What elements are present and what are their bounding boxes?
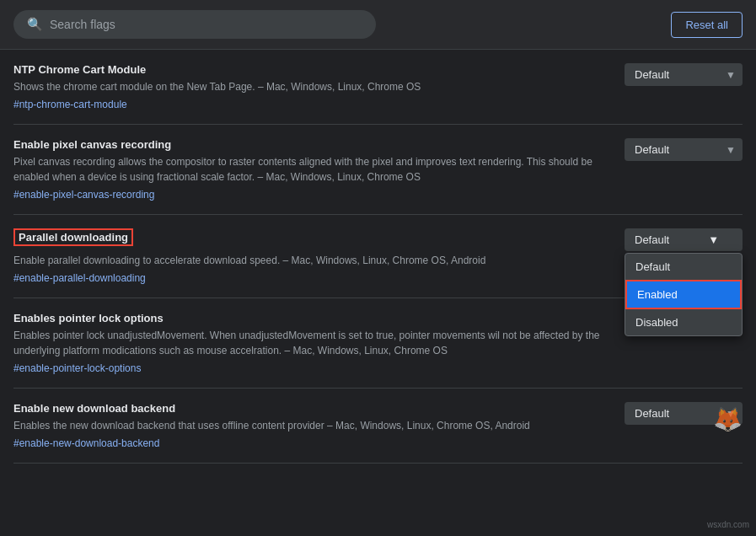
flag-title: Parallel downloading xyxy=(13,228,611,249)
mascot-icon: 🦊 xyxy=(713,405,743,433)
dropdown-current-value: Default xyxy=(635,233,669,246)
dropdown-option-disabled[interactable]: Disabled xyxy=(625,309,742,335)
flag-title: Enables pointer lock options xyxy=(13,312,611,324)
flag-link[interactable]: #enable-parallel-downloading xyxy=(13,272,146,284)
dropdown-display[interactable]: Default ▼ xyxy=(625,228,743,251)
dropdown-wrapper: Default Enabled Disabled ▼ 🦊 xyxy=(625,402,743,425)
flag-description: Enables the new download backend that us… xyxy=(13,418,611,433)
watermark: wsxdn.com xyxy=(707,520,749,529)
dropdown-wrapper: Default Enabled Disabled ▼ xyxy=(625,138,743,161)
flags-content: NTP Chrome Cart Module Shows the chrome … xyxy=(0,50,756,536)
flag-link[interactable]: #enable-pointer-lock-options xyxy=(13,362,141,374)
flag-link[interactable]: #enable-new-download-backend xyxy=(13,437,159,449)
flag-title: NTP Chrome Cart Module xyxy=(13,63,611,76)
flag-item: Enable pixel canvas recording Pixel canv… xyxy=(13,125,743,215)
chevron-down-icon: ▼ xyxy=(708,233,719,246)
flag-info: Parallel downloading Enable parallel dow… xyxy=(13,228,611,284)
dropdown-wrapper: Default Enabled Disabled ▼ xyxy=(625,63,743,86)
dropdown-option-enabled[interactable]: Enabled xyxy=(625,280,742,309)
flag-item-parallel-downloading: Parallel downloading Enable parallel dow… xyxy=(13,215,743,298)
flag-item: NTP Chrome Cart Module Shows the chrome … xyxy=(13,50,743,125)
flag-dropdown[interactable]: Default Enabled Disabled xyxy=(625,63,743,86)
dropdown-option-default[interactable]: Default xyxy=(625,254,742,280)
flag-title: Enable pixel canvas recording xyxy=(13,138,611,151)
flag-title: Enable new download backend xyxy=(13,402,611,415)
flag-link[interactable]: #ntp-chrome-cart-module xyxy=(13,99,127,110)
flag-description: Enable parallel downloading to accelerat… xyxy=(13,253,611,268)
flag-description: Shows the chrome cart module on the New … xyxy=(13,79,611,94)
reset-all-button[interactable]: Reset all xyxy=(671,12,743,38)
flag-description: Enables pointer lock unadjustedMovement.… xyxy=(13,328,611,358)
flag-item: Enable new download backend Enables the … xyxy=(13,389,743,464)
flag-info: Enable pixel canvas recording Pixel canv… xyxy=(13,138,611,201)
flag-link[interactable]: #enable-pixel-canvas-recording xyxy=(13,189,154,201)
search-bar: 🔍 xyxy=(13,10,376,39)
flag-title-highlighted: Parallel downloading xyxy=(13,228,133,246)
dropdown-menu: Default Enabled Disabled xyxy=(625,253,743,336)
flag-info: NTP Chrome Cart Module Shows the chrome … xyxy=(13,63,611,110)
search-input[interactable] xyxy=(50,18,362,31)
dropdown-wrapper-open: Default ▼ Default Enabled Disabled xyxy=(625,228,743,251)
search-icon: 🔍 xyxy=(27,17,43,32)
flag-description: Pixel canvas recording allows the compos… xyxy=(13,154,611,185)
header: 🔍 Reset all xyxy=(0,0,756,50)
flag-info: Enables pointer lock options Enables poi… xyxy=(13,312,611,374)
flag-info: Enable new download backend Enables the … xyxy=(13,402,611,449)
flag-dropdown[interactable]: Default Enabled Disabled xyxy=(625,138,743,161)
